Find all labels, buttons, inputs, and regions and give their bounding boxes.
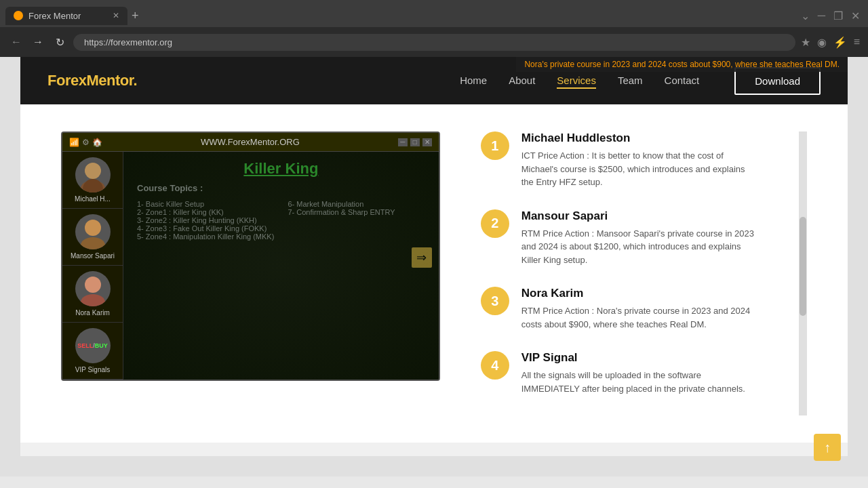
topic-3: 3- Zone2 : Killer King Hunting (KKH) [137, 216, 274, 224]
refresh-button[interactable]: ↻ [52, 36, 68, 49]
browser-chrome: Forex Mentor ✕ + ⌄ ─ ❐ ✕ ← → ↻ https://f… [0, 0, 868, 57]
notification-bar: Nora's private course in 2023 and 2024 c… [516, 57, 848, 72]
app-header: 📶 ⚙ 🏠 WWW.ForexMentor.ORG ─ □ ✕ [62, 133, 439, 152]
topics-right-col: 6- Market Manipulation 7- Confirmation &… [288, 200, 425, 241]
mansour-name: Mansor Sapari [71, 252, 115, 260]
nav-home-link[interactable]: Home [460, 75, 487, 86]
menu-icon[interactable]: ≡ [854, 36, 860, 49]
back-to-top-button[interactable]: ↑ [814, 434, 841, 461]
maximize-button[interactable]: ❐ [833, 9, 843, 22]
nav-about[interactable]: About [509, 75, 535, 87]
nav-contact-link[interactable]: Contact [665, 75, 700, 86]
nav-team[interactable]: Team [618, 75, 643, 87]
forward-button[interactable]: → [30, 36, 46, 48]
page-scrollbar[interactable] [799, 131, 807, 415]
app-header-controls: ─ □ ✕ [398, 138, 432, 146]
back-button[interactable]: ← [8, 36, 24, 48]
nav-services[interactable]: Services [557, 75, 596, 87]
team-info-3: Nora Karim RTM Price Action : Nora's pri… [521, 287, 758, 331]
team-desc-michael: ICT Price Action : It is better to know … [521, 149, 758, 189]
vip-avatar: SELL / BUY [75, 328, 111, 363]
url-text: https://forexmentor.org [84, 37, 172, 47]
bookmark-icon[interactable]: ★ [801, 36, 810, 49]
tab-list-button[interactable]: ⌄ [801, 9, 810, 22]
app-minimize-button[interactable]: ─ [398, 138, 408, 146]
app-body: Michael H... Mansor Sa [62, 152, 439, 380]
app-main-area: Killer King Course Topics : 1- Basic Kil… [123, 152, 439, 380]
tab-favicon [14, 11, 23, 20]
nav-home[interactable]: Home [460, 75, 487, 87]
nav-about-link[interactable]: About [509, 75, 535, 86]
app-close-button[interactable]: ✕ [422, 138, 432, 146]
team-name-vip: VIP Signal [521, 351, 758, 365]
svg-point-5 [81, 294, 105, 306]
notification-highlight: $900, [713, 60, 733, 69]
vip-name: VIP Signals [75, 366, 111, 373]
next-arrow-button[interactable]: ⇒ [412, 247, 432, 268]
browser-actions: ★ ◉ ⚡ ≡ [801, 36, 860, 49]
team-item-4: 4 VIP Signal All the signals will be upl… [481, 351, 758, 395]
scrollbar-thumb [800, 217, 806, 317]
app-sidebar: Michael H... Mansor Sa [62, 152, 123, 380]
app-footer: ⇒ [123, 241, 439, 274]
sell-text: SELL [77, 342, 93, 349]
page-wrapper: Forex Mentor ✕ + ⌄ ─ ❐ ✕ ← → ↻ https://f… [0, 0, 868, 488]
sell-buy-display: SELL / BUY [77, 342, 108, 349]
minimize-button[interactable]: ─ [818, 9, 825, 22]
close-tab-button[interactable]: ✕ [113, 11, 119, 20]
topic-5: 5- Zone4 : Manipulation Killer King (MKK… [137, 232, 274, 241]
sidebar-vip[interactable]: SELL / BUY VIP Signals [62, 323, 123, 380]
logo-text: ForexMentor. [47, 72, 137, 89]
new-tab-button[interactable]: + [132, 9, 139, 23]
app-header-title: WWW.ForexMentor.ORG [102, 137, 398, 147]
notification-text2: where she teaches Real DM. [733, 60, 840, 69]
topic-4: 4- Zone3 : Fake Out Killer King (FOKK) [137, 224, 274, 232]
browser-controls: ← → ↻ https://forexmentor.org ★ ◉ ⚡ ≡ [0, 27, 868, 57]
active-tab[interactable]: Forex Mentor ✕ [5, 7, 127, 25]
svg-point-4 [85, 277, 101, 293]
topic-1: 1- Basic Killer Setup [137, 200, 274, 208]
settings-icon: ⚙ [82, 138, 90, 147]
site-logo[interactable]: ForexMentor. [47, 72, 137, 89]
nora-avatar [75, 271, 111, 306]
app-header-icons: 📶 ⚙ 🏠 [69, 138, 102, 147]
notification-text: Nora's private course in 2023 and 2024 c… [524, 60, 712, 69]
team-number-4: 4 [481, 351, 509, 380]
sidebar-michael[interactable]: Michael H... [62, 152, 123, 209]
team-list: 1 Michael Huddleston ICT Price Action : … [481, 131, 758, 415]
app-main-title: Killer King [123, 152, 439, 183]
nav-contact[interactable]: Contact [665, 75, 700, 87]
team-desc-nora: RTM Price Action : Nora's private course… [521, 304, 758, 331]
address-bar[interactable]: https://forexmentor.org [73, 34, 795, 51]
tab-bar: Forex Mentor ✕ + ⌄ ─ ❐ ✕ [0, 0, 868, 27]
team-info-2: Mansour Sapari RTM Price Action : Mansoo… [521, 209, 758, 267]
topics-header: Course Topics : [137, 183, 425, 193]
course-topics: Course Topics : 1- Basic Killer Setup 2-… [123, 183, 439, 241]
mansour-avatar [75, 214, 111, 249]
page-content: Nora's private course in 2023 and 2024 c… [20, 57, 848, 456]
topic-2: 2- Zone1 : Killer King (KK) [137, 208, 274, 216]
tab-title: Forex Mentor [28, 11, 81, 21]
back-to-top-container: ↑ [20, 443, 848, 456]
sidebar-mansour[interactable]: Mansor Sapari [62, 209, 123, 266]
topics-grid: 1- Basic Killer Setup 2- Zone1 : Killer … [137, 200, 425, 241]
team-item-2: 2 Mansour Sapari RTM Price Action : Mans… [481, 209, 758, 267]
topic-7: 7- Confirmation & Sharp ENTRY [288, 208, 425, 216]
signal-icon: 📶 [69, 138, 79, 147]
app-restore-button[interactable]: □ [410, 138, 420, 146]
nav-team-link[interactable]: Team [618, 75, 643, 86]
nav-services-link[interactable]: Services [557, 75, 596, 89]
topics-left-col: 1- Basic Killer Setup 2- Zone1 : Killer … [137, 200, 274, 241]
michael-avatar [75, 157, 111, 192]
extensions-icon[interactable]: ⚡ [833, 36, 847, 49]
close-window-button[interactable]: ✕ [851, 9, 860, 22]
team-item-1: 1 Michael Huddleston ICT Price Action : … [481, 131, 758, 189]
team-number-3: 3 [481, 287, 509, 315]
app-panel: 📶 ⚙ 🏠 WWW.ForexMentor.ORG ─ □ ✕ [61, 131, 440, 381]
sidebar-nora[interactable]: Nora Karim [62, 266, 123, 323]
svg-point-1 [81, 180, 105, 192]
main-content: 📶 ⚙ 🏠 WWW.ForexMentor.ORG ─ □ ✕ [20, 104, 848, 443]
michael-name: Michael H... [75, 195, 111, 203]
team-info-1: Michael Huddleston ICT Price Action : It… [521, 131, 758, 189]
shield-icon[interactable]: ◉ [817, 36, 827, 49]
